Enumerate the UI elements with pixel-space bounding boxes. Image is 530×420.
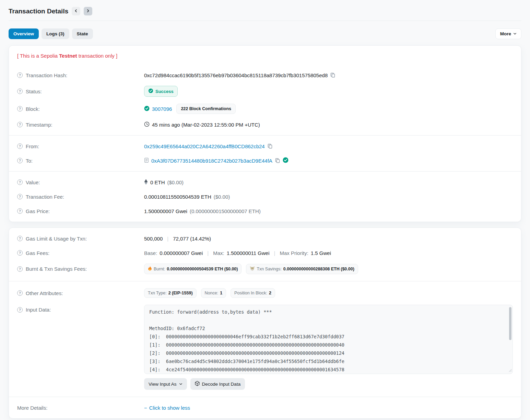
gas-price-eth: (0.000000001500000007 ETH) [190, 208, 261, 214]
section-value-fees: ? Value: 0 ETH ($0.00) ? Transaction Fee… [9, 171, 521, 222]
input-data-label: Input Data: [26, 307, 51, 313]
row-burnt-savings: ? Burnt & Txn Savings Fees: Burnt: 0.000… [9, 260, 521, 278]
gas-fees-priority-label: Max Priority: [280, 250, 308, 256]
help-icon[interactable]: ? [17, 143, 23, 149]
help-icon[interactable]: ? [17, 122, 23, 127]
input-data-scrollbar[interactable] [509, 307, 511, 340]
row-other-attributes: ? Other Attributes: Txn Type: 2 (EIP-155… [9, 285, 521, 301]
row-gas-limit-usage: ? Gas Limit & Usage by Txn: 500,000 | 72… [9, 231, 521, 246]
copy-to-button[interactable] [275, 158, 280, 163]
txn-savings-badge-label: Txn Savings: [257, 267, 281, 271]
copy-from-button[interactable] [267, 143, 273, 149]
position-in-block-badge-value: 2 [269, 291, 271, 295]
help-icon[interactable]: ? [17, 106, 23, 112]
tab-state[interactable]: State [72, 28, 93, 39]
prev-txn-button[interactable] [72, 7, 80, 15]
block-label: Block: [26, 106, 40, 112]
testnet-notice-suffix: transaction only ] [77, 53, 118, 59]
help-icon[interactable]: ? [17, 307, 23, 313]
help-icon[interactable]: ? [17, 208, 23, 214]
block-number-link[interactable]: 3007096 [152, 106, 172, 112]
gas-fees-max-value: 1.500000011 Gwei [227, 250, 270, 256]
help-icon[interactable]: ? [17, 194, 23, 199]
burnt-badge-value: 0.000000000000504539 ETH ($0.00) [167, 267, 238, 271]
to-label: To: [26, 158, 33, 164]
input-data-line: [0]: 00000000000000000000000046eff99cab3… [149, 332, 504, 341]
help-icon[interactable]: ? [17, 250, 23, 256]
verified-check-icon [283, 157, 288, 164]
input-data-actions: View Input As Decode Input Data [144, 378, 513, 390]
gas-fees-priority-value: 1.5 Gwei [311, 250, 331, 256]
block-confirmations-badge: 222 Block Confirmations [176, 104, 236, 114]
cube-icon [195, 381, 200, 387]
more-button-label: More [500, 31, 511, 36]
input-data-textarea[interactable]: Function: forward(address to,bytes data)… [144, 305, 513, 374]
more-button[interactable]: More [495, 28, 521, 39]
testnet-notice-bold: Testnet [59, 53, 77, 59]
help-icon[interactable]: ? [17, 72, 23, 78]
toggle-details-link[interactable]: − Click to show less [144, 405, 190, 411]
copy-icon [267, 143, 273, 149]
section-attributes-input: ? Other Attributes: Txn Type: 2 (EIP-155… [9, 281, 521, 397]
help-icon[interactable]: ? [17, 290, 23, 296]
separator: | [207, 250, 209, 256]
other-attributes-label: Other Attributes: [26, 290, 63, 296]
section-from-to: ? From: 0x259c49E65644a020C2A642260a4ffB… [9, 135, 521, 171]
gas-fees-base-value: 0.000000007 Gwei [160, 250, 203, 256]
input-data-line: Function: forward(address to,bytes data)… [149, 308, 504, 316]
chevron-down-icon [179, 382, 182, 387]
gas-usage-value: 72,077 (14.42%) [173, 236, 211, 242]
overview-card-main: [ This is a Sepolia Testnet transaction … [9, 45, 521, 222]
row-status: ? Status: Success [9, 82, 521, 100]
transaction-hash-label: Transaction Hash: [26, 72, 67, 78]
help-icon[interactable]: ? [17, 266, 23, 272]
txn-savings-badge: Txn Savings: 0.000000000000288308 ETH ($… [246, 264, 358, 274]
help-icon[interactable]: ? [17, 158, 23, 163]
input-data-line: [1]: 00000000000000000000000000000000000… [149, 341, 504, 349]
row-block: ? Block: 3007096 222 Block Confirmations [9, 100, 521, 117]
row-from: ? From: 0x259c49E65644a020C2A642260a4ffB… [9, 139, 521, 153]
status-badge-text: Success [155, 89, 174, 94]
input-data-line: [2]: 00000000000000000000000000000000000… [149, 349, 504, 357]
decode-input-data-button[interactable]: Decode Input Data [190, 378, 245, 390]
row-to: ? To: 0xA3f07D6773514480b918C2742b027b3a… [9, 153, 521, 168]
next-txn-button[interactable] [84, 7, 92, 15]
gas-limit-usage-label: Gas Limit & Usage by Txn: [26, 236, 87, 242]
page-header: Transaction Details [9, 0, 521, 21]
tab-overview[interactable]: Overview [9, 28, 39, 39]
more-details-label: More Details: [17, 405, 47, 411]
copy-hash-button[interactable] [330, 72, 335, 78]
transaction-fee-label: Transaction Fee: [26, 194, 64, 200]
value-usd: ($0.00) [167, 179, 184, 185]
decode-input-data-label: Decode Input Data [202, 382, 241, 387]
help-icon[interactable]: ? [17, 236, 23, 241]
chevron-right-icon [86, 9, 90, 14]
position-in-block-badge: Position In Block: 2 [231, 288, 275, 298]
from-address-link[interactable]: 0x259c49E65644a020C2A642260a4ffB0CD862cb… [144, 143, 265, 149]
transaction-fee-amount: 0.000108115500504539 ETH [144, 194, 211, 200]
burnt-badge-label: Burnt: [154, 267, 165, 271]
view-input-as-label: View Input As [149, 382, 177, 387]
row-more-details: More Details: − Click to show less [9, 400, 521, 415]
to-address-link[interactable]: 0xA3f07D6773514480b918C2742b027b3acD9E44… [151, 158, 272, 164]
testnet-notice-prefix: [ This is a Sepolia [17, 53, 59, 59]
txn-type-badge-label: Txn Type: [148, 291, 167, 295]
contract-icon [144, 158, 149, 164]
resize-grip-icon[interactable] [509, 368, 512, 373]
row-gas-price: ? Gas Price: 1.500000007 Gwei (0.0000000… [9, 204, 521, 218]
tab-logs[interactable]: Logs (3) [42, 28, 69, 39]
overview-card-details: ? Gas Limit & Usage by Txn: 500,000 | 72… [9, 228, 521, 419]
timestamp-label: Timestamp: [26, 122, 52, 128]
txn-type-badge-value: 2 (EIP-1559) [168, 291, 193, 295]
help-icon[interactable]: ? [17, 179, 23, 185]
position-in-block-badge-label: Position In Block: [234, 291, 267, 295]
help-icon[interactable]: ? [17, 89, 23, 94]
nonce-badge-label: Nonce: [205, 291, 219, 295]
testnet-notice: [ This is a Sepolia Testnet transaction … [9, 46, 521, 65]
from-label: From: [26, 143, 39, 149]
value-amount: 0 ETH [150, 179, 165, 185]
burnt-savings-label: Burnt & Txn Savings Fees: [26, 266, 87, 272]
view-input-as-button[interactable]: View Input As [144, 378, 187, 390]
input-data-line: [4]: 4ce24f54000000000000000000000000000… [149, 365, 504, 374]
transaction-fee-usd: ($0.00) [214, 194, 230, 200]
